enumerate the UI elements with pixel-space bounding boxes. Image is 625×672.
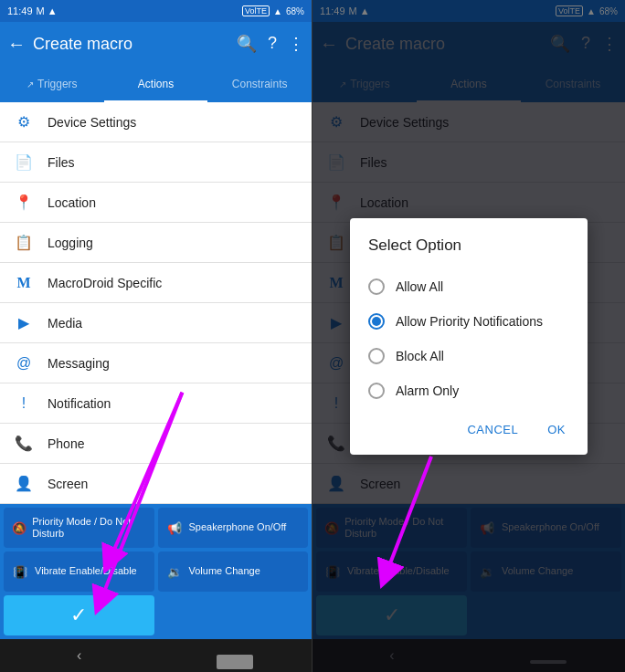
speakerphone-label-left: Speakerphone On/Off [189, 521, 287, 533]
dialog-actions: CANCEL OK [350, 408, 588, 447]
tab-actions-left[interactable]: Actions [104, 68, 208, 102]
back-nav-left[interactable]: ‹ [58, 640, 100, 671]
menu-item-messaging-left[interactable]: @ Messaging [0, 343, 312, 383]
wifi-icon-left: ▲ [273, 6, 282, 16]
tab-constraints-left[interactable]: Constraints [207, 68, 312, 102]
speakerphone-icon-left: 📢 [165, 519, 184, 537]
notification-icon-left: ! [15, 394, 33, 413]
files-icon-left: 📄 [15, 153, 33, 172]
menu-item-macrodroid-left[interactable]: M MacroDroid Specific [0, 263, 312, 303]
location-icon-left: 📍 [15, 194, 33, 212]
radio-allow-priority [368, 313, 385, 330]
menu-item-media-left[interactable]: ▶ Media [0, 303, 312, 343]
right-panel: 11:49 M ▲ VolTE ▲ 68% ← Create macro 🔍 ?… [312, 0, 625, 672]
menu-item-phone-left[interactable]: 📞 Phone [0, 424, 312, 464]
time-left: 11:49 [7, 5, 33, 16]
phone-icon-left: 📞 [15, 435, 33, 453]
option-allow-priority[interactable]: Allow Priority Notifications [350, 304, 588, 339]
option-block-all-label: Block All [396, 349, 444, 363]
triggers-icon-left: ↗ [26, 79, 34, 89]
search-icon-left[interactable]: 🔍 [237, 34, 257, 54]
messaging-icon-left: @ [15, 354, 33, 373]
dialog-overlay: Select Option Allow All Allow Priority N… [312, 0, 625, 672]
logging-label-left: Logging [48, 236, 93, 250]
quick-btn-speakerphone-left[interactable]: 📢 Speakerphone On/Off [158, 508, 309, 548]
menu-item-logging-left[interactable]: 📋 Logging [0, 223, 312, 263]
network-left: VolTE [242, 5, 270, 16]
title-bar-left: ← Create macro 🔍 ? ⋮ [0, 22, 312, 66]
option-block-all[interactable]: Block All [350, 339, 588, 373]
messaging-label-left: Messaging [48, 356, 110, 371]
option-allow-all-label: Allow All [396, 279, 443, 294]
back-button-left[interactable]: ← [7, 34, 26, 55]
menu-list-left: ⚙ Device Settings 📄 Files 📍 Location 📋 L… [0, 102, 312, 504]
tab-triggers-left[interactable]: ↗ Triggers [0, 68, 104, 102]
dialog-title: Select Option [350, 236, 588, 269]
volume-change-icon-left: 🔉 [165, 562, 184, 581]
left-panel: 11:49 M ▲ VolTE ▲ 68% ← Create macro 🔍 ?… [0, 0, 312, 672]
ok-button[interactable]: OK [536, 415, 577, 444]
signal-icons-left: M ▲ [37, 5, 58, 16]
menu-item-files-left[interactable]: 📄 Files [0, 142, 312, 183]
status-bar-left: 11:49 M ▲ VolTE ▲ 68% [0, 0, 312, 22]
cancel-button[interactable]: CANCEL [456, 415, 529, 444]
vibrate-icon-left: 📳 [11, 562, 29, 581]
macrodroid-icon-left: M [15, 274, 33, 292]
quick-btn-volume-left[interactable]: 🔉 Volume Change [158, 551, 309, 592]
app-title-left: Create macro [33, 35, 229, 54]
battery-left: 68% [286, 6, 304, 16]
quick-btn-vibrate-left[interactable]: 📳 Vibrate Enable/Disable [4, 551, 154, 592]
radio-allow-all [368, 278, 385, 295]
nav-bar-left: ‹ [0, 639, 312, 672]
radio-block-all [368, 348, 385, 364]
help-icon-left[interactable]: ? [268, 34, 277, 54]
media-label-left: Media [48, 316, 82, 331]
priority-label-left: Priority Mode / Do Not Disturb [32, 516, 146, 540]
select-option-dialog: Select Option Allow All Allow Priority N… [350, 218, 588, 455]
phone-label-left: Phone [48, 436, 84, 451]
quick-actions-left: 🔕 Priority Mode / Do Not Disturb 📢 Speak… [0, 504, 312, 639]
volume-change-label-left: Volume Change [189, 565, 260, 577]
tabs-left: ↗ Triggers Actions Constraints [0, 66, 312, 102]
screen-label-left: Screen [48, 477, 88, 491]
home-nav-left[interactable] [217, 655, 253, 669]
menu-item-screen-left[interactable]: 👤 Screen [0, 464, 312, 504]
option-alarm-only[interactable]: Alarm Only [350, 373, 588, 408]
notification-label-left: Notification [48, 396, 111, 411]
menu-item-device-settings-left[interactable]: ⚙ Device Settings [0, 102, 312, 142]
radio-alarm-only [368, 383, 385, 399]
menu-item-location-left[interactable]: 📍 Location [0, 183, 312, 223]
option-allow-all[interactable]: Allow All [350, 269, 588, 304]
quick-btn-priority-left[interactable]: 🔕 Priority Mode / Do Not Disturb [4, 508, 154, 548]
media-icon-left: ▶ [15, 314, 33, 332]
option-alarm-only-label: Alarm Only [396, 383, 459, 398]
check-icon-left: ✓ [70, 604, 87, 627]
device-settings-label-left: Device Settings [48, 115, 136, 130]
macrodroid-label-left: MacroDroid Specific [48, 276, 162, 290]
quick-btn-check-left[interactable]: ✓ [4, 595, 154, 635]
logging-icon-left: 📋 [15, 234, 33, 252]
vibrate-label-left: Vibrate Enable/Disable [35, 565, 137, 577]
location-label-left: Location [48, 195, 96, 210]
files-label-left: Files [48, 155, 75, 170]
more-icon-left[interactable]: ⋮ [288, 34, 304, 54]
priority-icon-left: 🔕 [11, 519, 26, 537]
device-settings-icon-left: ⚙ [15, 113, 33, 131]
menu-item-notification-left[interactable]: ! Notification [0, 383, 312, 424]
option-allow-priority-label: Allow Priority Notifications [396, 314, 543, 329]
screen-icon-left: 👤 [15, 475, 33, 493]
